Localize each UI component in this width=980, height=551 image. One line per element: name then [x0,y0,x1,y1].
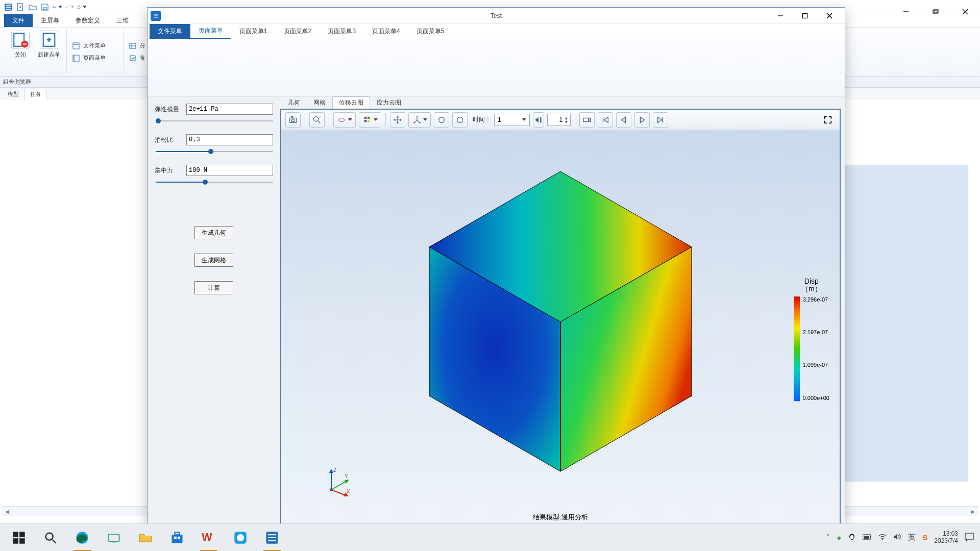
prev-frame-icon[interactable] [616,112,631,128]
svg-rect-1 [6,5,11,6]
first-frame-icon[interactable] [598,112,613,128]
outer-tab-3d[interactable]: 三维 [108,14,137,27]
modulus-slider[interactable] [156,118,273,124]
ms-store-icon[interactable] [161,524,193,552]
inner-close-button[interactable] [817,8,842,24]
task-view-icon[interactable] [98,524,130,552]
selection-mode-icon[interactable] [333,112,356,128]
outer-tab-param[interactable]: 参数定义 [67,14,108,27]
generate-mesh-button[interactable]: 生成网格 [194,254,233,267]
start-button[interactable] [3,524,35,552]
inner-tab-file-menu[interactable]: 文件菜单 [150,24,190,39]
inner-tab-page-menu-3[interactable]: 页面菜单3 [320,24,364,39]
file-menu-button[interactable]: 文件菜单 [72,42,118,50]
svg-rect-7 [933,10,937,14]
generate-geometry-button[interactable]: 生成几何 [194,226,233,239]
param-elastic-modulus: 弹性模量 [155,104,273,124]
new-icon[interactable] [15,2,26,12]
open-icon[interactable] [28,2,38,12]
tray-sogou-icon[interactable]: S [922,533,927,542]
viz-canvas[interactable]: Z Y X Disp（m） 3.296e-07 2.1 [281,130,840,524]
inner-tab-page-menu-2[interactable]: 页面菜单2 [276,24,320,39]
svg-rect-31 [583,118,589,121]
modulus-label: 弹性模量 [155,105,183,114]
force-slider[interactable] [156,179,273,185]
cube-rendering [425,166,696,472]
outer-close-button[interactable] [950,0,980,23]
color-mode-icon[interactable] [359,112,381,128]
browser-tab-model[interactable]: 模型 [2,89,24,100]
time-label: 时间： [473,115,491,124]
fullscreen-icon[interactable] [820,112,836,128]
outer-maximize-button[interactable] [921,0,950,23]
poisson-input[interactable] [186,134,273,145]
force-input[interactable] [186,165,273,176]
camera-snapshot-icon[interactable] [285,112,301,128]
next-frame-icon[interactable] [653,112,668,128]
legend-tick-1: 1.099e-07 [803,362,829,368]
modulus-input[interactable] [186,104,273,115]
viz-tab-mesh[interactable]: 网格 [307,96,332,109]
refresh-icon[interactable] [77,2,87,12]
tray-clock[interactable]: 13:03 2023/7/4 [934,531,958,545]
viz-tab-geometry[interactable]: 几何 [281,96,307,109]
close-button[interactable]: 关闭 [8,30,33,59]
svg-rect-57 [178,536,180,539]
tray-status-icon[interactable]: ● [837,533,841,542]
edge-browser-icon[interactable] [66,524,98,552]
undo-icon[interactable] [52,2,62,12]
viz-tab-displacement[interactable]: 位移云图 [332,96,370,109]
page-menu-button[interactable]: 页面菜单 [72,54,118,62]
inner-window-title: Test [148,12,845,19]
tray-chevron-up-icon[interactable]: ˄ [826,533,830,542]
svg-point-50 [46,533,53,540]
force-label: 集中力 [155,166,183,175]
outer-tab-file[interactable]: 文件 [4,14,33,27]
viz-tab-stress[interactable]: 应力云图 [370,96,408,109]
rotate-right-icon[interactable] [452,112,468,128]
pan-icon[interactable] [390,112,405,128]
browser-tab-task[interactable]: 任务 [24,89,47,100]
record-icon[interactable] [579,112,595,128]
inner-tab-page-menu-4[interactable]: 页面菜单4 [364,24,408,39]
visualization-tabs: 几何 网格 位移云图 应力云图 [280,96,841,109]
time-step-button[interactable] [533,112,544,128]
search-button[interactable] [35,524,66,552]
inner-minimize-button[interactable] [768,8,793,24]
app-logo-icon [3,2,13,12]
inner-tab-page-menu[interactable]: 页面菜单 [190,24,231,39]
inner-maximize-button[interactable] [793,8,817,24]
tray-notifications-icon[interactable] [965,533,974,542]
tray-battery-icon[interactable] [863,533,872,542]
inner-ribbon-tabs: 文件菜单 页面菜单 页面菜单1 页面菜单2 页面菜单3 页面菜单4 页面菜单5 [148,24,845,39]
file-explorer-icon[interactable] [130,524,161,552]
app-icon-2[interactable] [256,524,288,552]
redo-icon[interactable] [64,2,75,12]
outer-tab-home[interactable]: 主屏幕 [33,14,67,27]
inner-tab-page-menu-1[interactable]: 页面菜单1 [231,24,276,39]
inner-tab-page-menu-5[interactable]: 页面菜单5 [408,24,453,39]
play-icon[interactable] [634,112,650,128]
system-tray: ˄ ● 英 S 13:03 2023/7/4 [826,531,977,545]
zoom-fit-icon[interactable] [309,112,325,128]
time-spin[interactable]: 1▲▼ [547,114,571,126]
rotate-left-icon[interactable] [434,112,449,128]
svg-rect-18 [803,13,807,18]
inner-titlebar[interactable]: Test [148,8,845,24]
tray-ime-icon[interactable]: 英 [908,533,916,542]
save-icon[interactable] [40,2,50,12]
app-icon-1[interactable] [225,524,256,552]
poisson-slider[interactable] [156,148,273,155]
axes-view-icon[interactable] [408,112,431,128]
compute-button[interactable]: 计算 [194,281,233,294]
svg-rect-14 [73,55,75,61]
svg-rect-54 [172,535,183,543]
time-combo[interactable]: 1 [494,114,530,126]
tray-qq-icon[interactable] [848,533,856,542]
tray-wifi-icon[interactable] [878,533,887,542]
poisson-label: 泊松比 [155,136,183,144]
outer-minimize-button[interactable] [891,0,921,23]
new-form-button[interactable]: 新建表单 [37,30,61,59]
wps-office-icon[interactable]: W [193,524,225,552]
tray-volume-icon[interactable] [893,533,901,542]
